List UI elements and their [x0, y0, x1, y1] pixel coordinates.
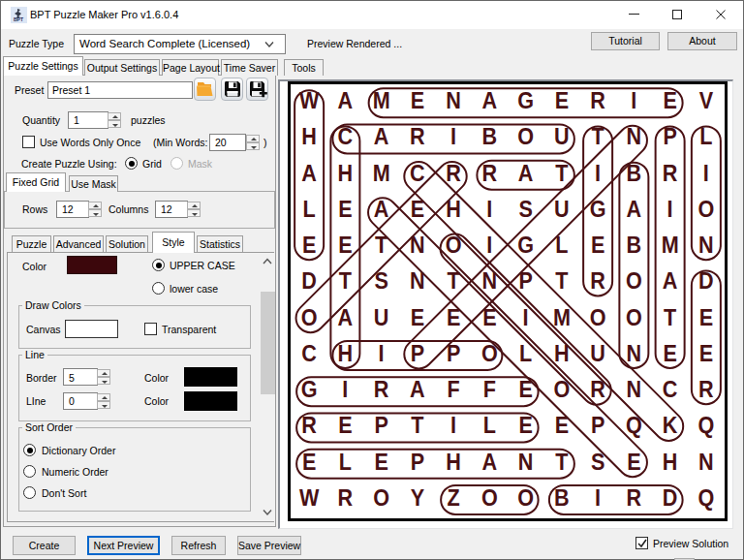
svg-text:I: I [342, 377, 348, 402]
svg-text:R: R [590, 88, 605, 113]
svg-text:I: I [595, 161, 601, 186]
svg-text:G: G [590, 197, 606, 222]
svg-text:N: N [698, 450, 714, 475]
svg-text:Y: Y [411, 485, 424, 511]
svg-text:O: O [517, 485, 534, 511]
svg-text:S: S [591, 450, 604, 475]
svg-text:R: R [482, 161, 498, 186]
svg-text:E: E [411, 305, 424, 330]
svg-text:O: O [553, 377, 570, 402]
svg-text:H: H [301, 125, 317, 150]
svg-text:H: H [446, 197, 461, 222]
svg-text:M: M [662, 233, 679, 258]
svg-text:S: S [518, 197, 532, 222]
svg-text:R: R [301, 414, 317, 439]
svg-text:A: A [482, 88, 498, 113]
svg-text:N: N [627, 341, 642, 366]
svg-text:T: T [411, 414, 423, 439]
svg-text:G: G [517, 88, 534, 113]
svg-text:H: H [338, 341, 354, 366]
svg-text:O: O [590, 305, 606, 330]
svg-text:U: U [554, 125, 570, 150]
svg-text:I: I [450, 125, 456, 150]
svg-text:L: L [699, 125, 712, 150]
svg-text:R: R [663, 161, 678, 186]
svg-text:I: I [595, 485, 601, 511]
svg-text:I: I [523, 305, 529, 330]
svg-text:N: N [627, 377, 642, 402]
svg-text:L: L [555, 233, 568, 258]
svg-text:I: I [486, 197, 492, 222]
svg-text:F: F [448, 377, 460, 402]
svg-text:E: E [338, 233, 352, 258]
svg-text:O: O [626, 305, 642, 330]
svg-text:B: B [482, 125, 498, 150]
svg-text:R: R [446, 161, 461, 186]
svg-text:C: C [301, 341, 317, 366]
svg-text:E: E [411, 197, 424, 222]
svg-text:A: A [374, 125, 389, 150]
svg-text:O: O [517, 125, 534, 150]
svg-text:O: O [446, 233, 462, 258]
svg-text:E: E [482, 305, 496, 330]
svg-text:P: P [411, 450, 424, 475]
svg-text:I: I [703, 161, 709, 186]
svg-text:F: F [483, 377, 496, 402]
svg-text:D: D [301, 269, 317, 295]
svg-text:T: T [339, 269, 352, 295]
svg-text:E: E [663, 341, 676, 366]
svg-text:D: D [698, 269, 714, 295]
svg-text:N: N [410, 233, 425, 258]
svg-text:M: M [553, 305, 571, 330]
svg-text:T: T [448, 269, 460, 295]
svg-text:E: E [627, 450, 640, 475]
svg-text:E: E [374, 450, 388, 475]
svg-text:E: E [555, 414, 569, 439]
svg-text:T: T [664, 305, 676, 330]
svg-text:E: E [302, 450, 316, 475]
svg-text:Q: Q [698, 485, 714, 511]
svg-text:R: R [374, 377, 389, 402]
svg-text:P: P [663, 125, 676, 150]
svg-text:A: A [338, 88, 354, 113]
svg-text:K: K [663, 414, 678, 439]
svg-text:I: I [379, 341, 385, 366]
svg-text:N: N [518, 450, 534, 475]
svg-text:O: O [481, 485, 498, 511]
svg-text:E: E [663, 88, 676, 113]
svg-text:O: O [481, 341, 498, 366]
svg-text:N: N [627, 125, 642, 150]
svg-text:E: E [338, 414, 352, 439]
svg-text:B: B [627, 233, 642, 258]
svg-text:H: H [338, 161, 354, 186]
svg-text:U: U [554, 197, 570, 222]
svg-text:R: R [410, 125, 425, 150]
svg-text:O: O [626, 269, 642, 295]
svg-text:M: M [373, 88, 390, 113]
svg-text:A: A [374, 197, 389, 222]
svg-text:I: I [450, 414, 456, 439]
svg-text:L: L [519, 341, 532, 366]
svg-text:T: T [555, 450, 568, 475]
svg-text:T: T [555, 161, 568, 186]
svg-text:B: B [554, 485, 570, 511]
svg-text:A: A [482, 450, 498, 475]
svg-text:H: H [446, 450, 461, 475]
svg-text:E: E [338, 197, 352, 222]
svg-text:Q: Q [698, 414, 714, 439]
svg-text:E: E [555, 88, 569, 113]
svg-text:U: U [590, 341, 605, 366]
svg-text:T: T [375, 233, 388, 258]
svg-text:P: P [447, 341, 460, 366]
svg-text:O: O [301, 305, 318, 330]
svg-text:L: L [339, 450, 352, 475]
svg-text:P: P [591, 414, 604, 439]
svg-text:E: E [699, 305, 713, 330]
svg-text:V: V [699, 88, 713, 113]
svg-text:E: E [518, 414, 532, 439]
svg-text:A: A [663, 269, 678, 295]
svg-text:M: M [373, 161, 390, 186]
svg-text:E: E [591, 233, 604, 258]
svg-text:G: G [517, 233, 534, 258]
svg-text:R: R [590, 269, 605, 295]
